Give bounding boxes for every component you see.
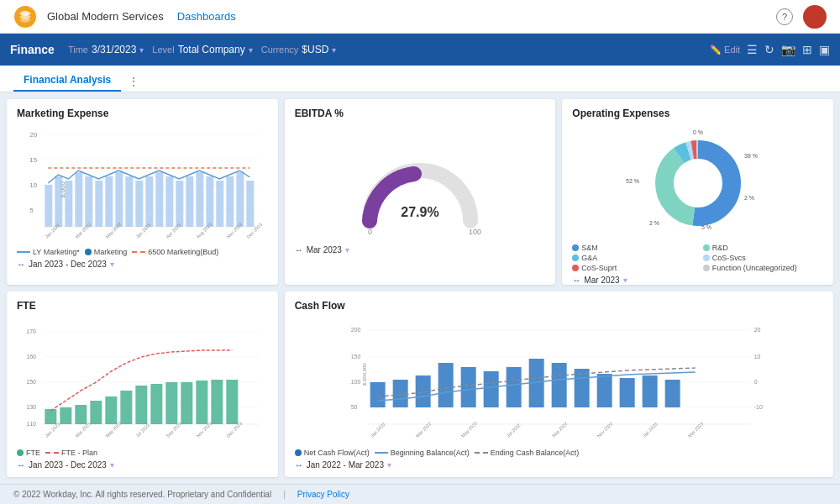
svg-rect-14 [55,176,62,227]
marketing-legend: LY Marketing* Marketing 6500 Marketing(B… [17,248,268,256]
fte-period: Jan 2023 - Dec 2023 [29,460,107,470]
svg-text:0: 0 [753,379,757,385]
svg-text:52 %: 52 % [626,178,639,184]
svg-rect-28 [196,172,203,227]
svg-rect-103 [392,380,407,407]
svg-rect-71 [90,401,102,424]
level-filter[interactable]: Level Total Company ▾ [152,44,252,55]
svg-rect-26 [176,181,183,227]
svg-rect-105 [438,363,453,407]
grid-icon[interactable]: ⊞ [802,43,812,56]
tab-financial-analysis[interactable]: Financial Analysis [13,69,121,92]
company-name: Global Modern Services [47,10,164,23]
svg-rect-73 [120,391,132,424]
time-chevron: ▾ [139,45,144,55]
svg-text:10: 10 [29,181,37,189]
svg-rect-112 [596,374,612,407]
operating-period-chevron[interactable]: ▾ [623,276,627,285]
svg-rect-27 [186,176,193,227]
dashboards-link[interactable]: Dashboards [177,10,236,23]
svg-rect-75 [150,384,162,424]
svg-rect-20 [115,172,123,227]
refresh-icon[interactable]: ↻ [764,43,774,56]
svg-text:150: 150 [26,379,36,385]
svg-text:100: 100 [469,228,481,236]
marketing-footer: ↔ Jan 2023 - Dec 2023 ▾ [17,260,268,269]
svg-rect-33 [246,181,254,227]
svg-rect-68 [45,409,56,424]
time-filter[interactable]: Time 3/31/2023 ▾ [68,44,144,55]
workday-logo [13,5,37,29]
svg-rect-78 [196,381,207,424]
svg-rect-69 [60,407,71,424]
filter-icon[interactable]: ☰ [747,43,758,56]
currency-chevron: ▾ [332,45,336,55]
svg-text:Mar 2023: Mar 2023 [686,421,704,438]
finance-title: Finance [10,43,55,56]
svg-text:130: 130 [26,404,36,410]
operating-title: Operating Expenses [572,108,823,119]
marketing-period-chevron[interactable]: ▾ [110,260,114,269]
svg-rect-111 [574,369,589,407]
svg-text:2 %: 2 % [744,195,754,201]
fte-title: FTE [17,300,268,312]
svg-rect-108 [506,367,521,407]
fte-chart: 170 160 150 130 110 [17,317,268,443]
svg-text:10: 10 [753,354,760,360]
ebitda-period-chevron[interactable]: ▾ [345,245,349,255]
fte-footer: ↔ Jan 2023 - Dec 2023 ▾ [17,460,268,470]
page-footer: © 2022 Workday, Inc. All rights reserved… [0,484,840,504]
ebitda-title: EBITDA % [295,108,546,119]
fte-period-chevron[interactable]: ▾ [110,460,114,470]
svg-text:27.9%: 27.9% [401,205,438,219]
svg-rect-13 [45,185,52,227]
cashflow-card: Cash Flow 200 150 100 50 20 10 0 -10 $,0… [285,291,833,477]
top-nav-right: ? [776,5,827,29]
privacy-policy-link[interactable]: Privacy Policy [297,490,349,499]
edit-icon[interactable]: ✏️ Edit [710,45,740,55]
svg-text:170: 170 [26,328,36,334]
cashflow-period-chevron[interactable]: ▾ [387,460,391,470]
ebitda-period: Mar 2023 [307,245,342,255]
operating-donut-chart: 0 % 38 % 2 % 5 % 2 % 52 % [614,124,782,242]
svg-rect-22 [135,181,143,227]
svg-text:Jan 2022: Jan 2022 [369,422,386,438]
svg-rect-15 [65,181,72,227]
marketing-title: Marketing Expense [17,108,268,119]
svg-rect-80 [226,380,238,424]
svg-text:Jan 2023: Jan 2023 [641,422,658,438]
top-nav: Global Modern Services Dashboards ? [0,0,840,34]
svg-text:Mar 2022: Mar 2022 [414,421,432,438]
svg-rect-31 [226,176,234,227]
operating-footer: ↔ Mar 2023 ▾ [572,276,823,285]
tab-more-menu[interactable]: ⋮ [124,71,143,92]
svg-rect-79 [211,380,223,424]
svg-text:2 %: 2 % [649,220,659,226]
svg-text:Jul 2022: Jul 2022 [505,423,521,438]
svg-rect-77 [181,382,192,424]
svg-text:100: 100 [350,379,360,385]
cashflow-chart: 200 150 100 50 20 10 0 -10 $,000,000 [295,317,823,443]
cashflow-legend: Net Cash Flow(Act) Beginning Balance(Act… [295,449,823,457]
svg-rect-30 [216,181,223,227]
svg-text:May 2022: May 2022 [459,421,477,438]
camera-icon[interactable]: 📷 [781,43,795,56]
svg-rect-70 [75,405,87,424]
svg-text:0: 0 [368,228,372,236]
cashflow-period: Jan 2022 - Mar 2023 [307,460,384,470]
user-avatar[interactable] [803,5,827,29]
svg-text:38 %: 38 % [744,153,758,159]
operating-period: Mar 2023 [584,276,619,285]
svg-point-51 [675,160,722,207]
help-icon[interactable]: ? [776,8,793,25]
operating-arrow: ↔ [572,276,580,285]
operating-legend: S&M R&D G&A CoS-Svcs CoS-Suprt Function … [572,244,823,272]
svg-rect-32 [236,172,244,227]
video-icon[interactable]: ▣ [819,43,830,56]
marketing-expense-card: Marketing Expense 20 15 10 5 $,000 [7,99,278,285]
svg-rect-76 [165,382,177,424]
currency-filter[interactable]: Currency $USD ▾ [261,44,337,55]
svg-rect-72 [105,396,117,424]
svg-rect-25 [165,176,173,227]
svg-rect-115 [664,380,680,407]
